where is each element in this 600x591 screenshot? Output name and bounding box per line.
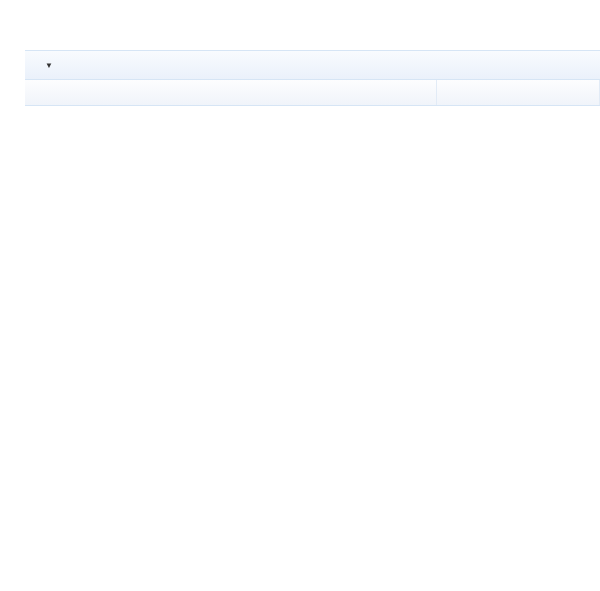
organize-button[interactable]: ▼ <box>35 59 59 72</box>
column-header-publisher[interactable] <box>437 80 600 105</box>
column-header-name[interactable] <box>25 80 437 105</box>
toolbar: ▼ <box>25 50 600 80</box>
column-headers <box>25 80 600 106</box>
chevron-down-icon: ▼ <box>45 61 53 70</box>
programs-and-features-window: ▼ <box>0 0 600 591</box>
header-area <box>0 0 600 24</box>
